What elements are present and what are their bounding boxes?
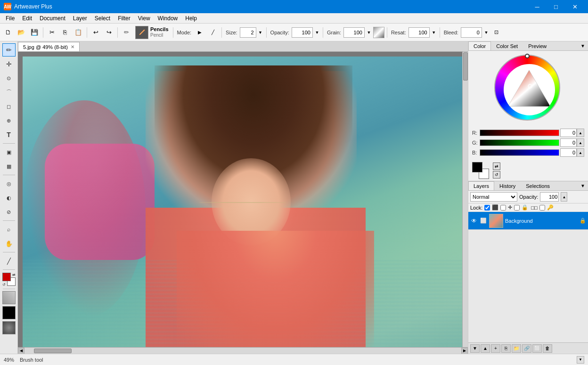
menu-edit[interactable]: Edit [18,14,36,23]
menu-file[interactable]: File [2,14,18,23]
menu-document[interactable]: Document [36,14,69,23]
mode-icon[interactable]: ▶ [194,26,206,39]
opacity-value[interactable] [540,192,559,202]
bleed-input[interactable] [461,27,482,38]
texture-swatch[interactable] [2,306,16,319]
lock-extra-check[interactable] [539,205,545,211]
g-spin-up[interactable]: ▲ [577,138,584,147]
opacity-spin[interactable]: ▲ [561,192,567,202]
opacity-input[interactable] [292,27,313,38]
canvas-tab-main[interactable]: 5.jpg @ 49% (8-bit) ✕ [18,42,80,51]
lock-pos-check[interactable] [500,205,506,211]
fill-tool[interactable]: ▣ [2,146,16,159]
opacity-dropdown[interactable]: ▼ [314,26,320,39]
reset-fg-bg-button[interactable]: ↺ [493,171,500,178]
open-button[interactable]: 📂 [15,26,27,39]
pencil-select-button[interactable]: ✏ [120,26,132,39]
g-input[interactable]: 0 [560,138,577,147]
lasso-tool[interactable]: ⊙ [2,72,16,85]
hue-indicator[interactable] [525,54,530,58]
b-spin-up[interactable]: ▲ [577,148,584,157]
blur-tool[interactable]: ◎ [2,177,16,190]
scrollbar-thumb[interactable] [463,52,468,81]
foreground-color-swatch[interactable] [2,273,11,281]
redo-button[interactable]: ↪ [103,26,115,39]
bleed-dropdown[interactable]: ▼ [483,26,490,39]
close-button[interactable]: ✕ [565,0,584,13]
color-tab[interactable]: Color [468,41,491,50]
b-input[interactable]: 0 [560,148,577,157]
paste-button[interactable]: 📋 [72,26,84,39]
copy-button[interactable]: ⎘ [59,26,71,39]
layers-panel-collapse[interactable]: ▼ [578,182,588,189]
selections-tab[interactable]: Selections [521,181,555,190]
pencil-tool[interactable]: ✏ [2,43,16,57]
swap-fg-bg-button[interactable]: ⇄ [493,162,500,170]
layer-eye-background[interactable]: 👁 [470,217,478,225]
clone-tool[interactable]: ⊕ [2,114,16,127]
move-tool[interactable]: ✛ [2,57,16,71]
maximize-button[interactable]: □ [547,0,565,13]
brush-swatch[interactable] [2,321,16,334]
menu-layer[interactable]: Layer [69,14,91,23]
menu-view[interactable]: View [134,14,154,23]
layer-row-background[interactable]: 👁 ⬜ Background 🔒 [468,212,588,230]
blend-mode-select[interactable]: Normal Multiply Screen Overlay [470,192,517,202]
menu-window[interactable]: Window [154,14,182,23]
layers-move-down-btn[interactable]: ▼ [470,344,480,353]
brush-tool[interactable]: ⌒ [2,86,16,99]
hand-tool[interactable]: ✋ [2,237,16,250]
minimize-button[interactable]: ─ [528,0,547,13]
new-button[interactable]: 🗋 [2,26,14,39]
line-tool[interactable]: ╱ [2,254,16,268]
canvas-scroll-area[interactable] [18,52,468,347]
layers-tab[interactable]: Layers [468,181,494,190]
layers-new-btn[interactable]: + [491,344,500,353]
r-input[interactable]: 0 [560,129,577,137]
eyedropper-tool[interactable]: ⊘ [2,205,16,219]
status-menu-btn[interactable]: ▼ [577,356,584,364]
layers-duplicate-btn[interactable]: ⎘ [501,344,511,353]
size-dropdown[interactable]: ▼ [257,26,264,39]
red-slider[interactable] [480,130,559,136]
history-tab[interactable]: History [494,181,521,190]
undo-button[interactable]: ↩ [90,26,102,39]
resat-dropdown[interactable]: ▼ [431,26,437,39]
grain-input[interactable] [343,27,365,38]
grain-dropdown[interactable]: ▼ [366,26,372,39]
menu-filter[interactable]: Filter [114,14,134,23]
fg-color-box[interactable] [472,162,482,172]
menu-help[interactable]: Help [181,14,201,23]
layers-delete-btn[interactable]: 🗑 [543,344,552,353]
size-input[interactable]: 2 [240,27,256,38]
eraser-tool[interactable]: ◻ [2,100,16,113]
color-panel-collapse[interactable]: ▼ [578,42,588,49]
layers-group-btn[interactable]: 📁 [512,344,521,353]
reset-colors-icon[interactable]: ↺ [2,283,6,287]
layers-mask-btn[interactable]: ⬜ [532,344,542,353]
zoom-tool[interactable]: ⌕ [2,223,16,236]
blue-slider[interactable] [480,149,559,156]
layers-move-up-btn[interactable]: ▲ [481,344,490,353]
save-button[interactable]: 💾 [28,26,41,39]
resat-input[interactable] [408,27,430,38]
pattern-swatch[interactable] [2,291,16,304]
preview-tab[interactable]: Preview [523,41,552,50]
layers-link-btn[interactable]: 🔗 [522,344,531,353]
text-tool[interactable]: T [2,128,16,141]
color-set-tab[interactable]: Color Set [491,41,523,50]
r-spin-up[interactable]: ▲ [577,129,584,137]
hscroll-track[interactable] [24,348,461,354]
color-wheel[interactable] [494,55,560,121]
vertical-scrollbar[interactable] [462,52,468,347]
hscroll-left-button[interactable]: ◀ [18,348,24,354]
burn-tool[interactable]: ◐ [2,191,16,204]
hscroll-right-button[interactable]: ▶ [461,348,468,354]
extra-btn[interactable]: ⊡ [490,26,503,39]
swap-colors-icon[interactable]: ⇄ [12,273,16,277]
gradient-tool[interactable]: ▦ [2,160,16,173]
green-slider[interactable] [480,139,559,146]
menu-select[interactable]: Select [91,14,114,23]
cut-button[interactable]: ✂ [46,26,58,39]
hscroll-thumb[interactable] [34,349,72,353]
